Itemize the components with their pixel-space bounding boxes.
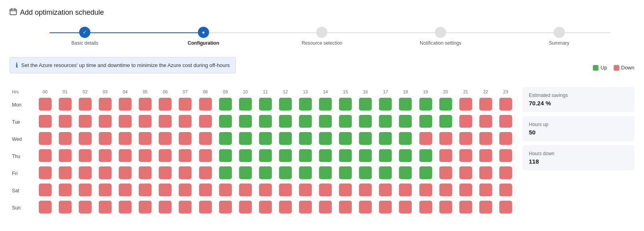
cell-tue-16[interactable] bbox=[359, 115, 372, 128]
table-cell[interactable] bbox=[76, 148, 95, 164]
table-cell[interactable] bbox=[316, 165, 335, 182]
cell-fri-7[interactable] bbox=[179, 166, 191, 179]
table-cell[interactable] bbox=[296, 97, 315, 113]
cell-sun-3[interactable] bbox=[99, 201, 112, 213]
table-cell[interactable] bbox=[496, 114, 515, 130]
table-cell[interactable] bbox=[336, 148, 355, 164]
table-cell[interactable] bbox=[256, 148, 275, 164]
cell-sun-7[interactable] bbox=[179, 201, 191, 213]
cell-thu-11[interactable] bbox=[259, 149, 272, 162]
table-cell[interactable] bbox=[376, 199, 395, 216]
table-cell[interactable] bbox=[296, 199, 315, 216]
table-cell[interactable] bbox=[216, 165, 235, 182]
table-cell[interactable] bbox=[296, 131, 315, 147]
cell-fri-13[interactable] bbox=[299, 166, 312, 179]
table-cell[interactable] bbox=[56, 199, 75, 216]
cell-sat-8[interactable] bbox=[199, 184, 212, 196]
cell-thu-10[interactable] bbox=[239, 149, 252, 162]
table-cell[interactable] bbox=[316, 199, 335, 216]
cell-mon-6[interactable] bbox=[159, 98, 171, 111]
table-cell[interactable] bbox=[156, 182, 175, 199]
cell-sun-11[interactable] bbox=[259, 201, 272, 213]
cell-wed-15[interactable] bbox=[339, 132, 352, 145]
cell-thu-19[interactable] bbox=[419, 149, 432, 162]
table-cell[interactable] bbox=[76, 131, 95, 147]
table-cell[interactable] bbox=[236, 199, 255, 216]
table-cell[interactable] bbox=[316, 114, 335, 130]
cell-thu-1[interactable] bbox=[59, 149, 72, 162]
table-cell[interactable] bbox=[136, 148, 155, 164]
cell-thu-4[interactable] bbox=[119, 149, 132, 162]
table-cell[interactable] bbox=[456, 165, 475, 182]
cell-sun-22[interactable] bbox=[479, 201, 492, 213]
cell-wed-9[interactable] bbox=[219, 132, 232, 145]
table-cell[interactable] bbox=[476, 182, 495, 199]
table-cell[interactable] bbox=[356, 114, 375, 130]
cell-wed-0[interactable] bbox=[39, 132, 52, 145]
table-cell[interactable] bbox=[356, 148, 375, 164]
cell-sun-2[interactable] bbox=[79, 201, 92, 213]
table-cell[interactable] bbox=[196, 131, 215, 147]
cell-thu-3[interactable] bbox=[99, 149, 112, 162]
table-cell[interactable] bbox=[156, 148, 175, 164]
table-cell[interactable] bbox=[116, 114, 135, 130]
table-cell[interactable] bbox=[196, 97, 215, 113]
cell-thu-17[interactable] bbox=[379, 149, 392, 162]
table-cell[interactable] bbox=[416, 199, 435, 216]
cell-sat-14[interactable] bbox=[319, 184, 332, 196]
table-cell[interactable] bbox=[356, 165, 375, 182]
cell-mon-16[interactable] bbox=[359, 98, 372, 111]
cell-tue-3[interactable] bbox=[99, 115, 112, 128]
table-cell[interactable] bbox=[156, 199, 175, 216]
table-cell[interactable] bbox=[76, 97, 95, 113]
table-cell[interactable] bbox=[96, 148, 115, 164]
cell-thu-14[interactable] bbox=[319, 149, 332, 162]
table-cell[interactable] bbox=[196, 182, 215, 199]
table-cell[interactable] bbox=[436, 199, 455, 216]
cell-sat-5[interactable] bbox=[139, 184, 152, 196]
cell-sat-23[interactable] bbox=[499, 184, 512, 196]
cell-sun-15[interactable] bbox=[339, 201, 352, 213]
cell-mon-13[interactable] bbox=[299, 98, 312, 111]
table-cell[interactable] bbox=[316, 182, 335, 199]
table-cell[interactable] bbox=[256, 97, 275, 113]
step-configuration[interactable]: ● Configuration bbox=[144, 27, 263, 46]
table-cell[interactable] bbox=[56, 148, 75, 164]
table-cell[interactable] bbox=[36, 165, 55, 182]
table-cell[interactable] bbox=[476, 199, 495, 216]
table-cell[interactable] bbox=[476, 97, 495, 113]
table-cell[interactable] bbox=[316, 97, 335, 113]
cell-thu-20[interactable] bbox=[439, 149, 452, 162]
cell-mon-23[interactable] bbox=[499, 98, 512, 111]
cell-tue-2[interactable] bbox=[79, 115, 92, 128]
cell-mon-3[interactable] bbox=[99, 98, 112, 111]
cell-tue-7[interactable] bbox=[179, 115, 191, 128]
cell-sun-21[interactable] bbox=[459, 201, 472, 213]
table-cell[interactable] bbox=[116, 97, 135, 113]
cell-sat-9[interactable] bbox=[219, 184, 232, 196]
cell-tue-9[interactable] bbox=[219, 115, 232, 128]
table-cell[interactable] bbox=[476, 114, 495, 130]
cell-tue-19[interactable] bbox=[419, 115, 432, 128]
cell-sat-18[interactable] bbox=[399, 184, 412, 196]
table-cell[interactable] bbox=[376, 165, 395, 182]
table-cell[interactable] bbox=[36, 182, 55, 199]
cell-sat-10[interactable] bbox=[239, 184, 252, 196]
table-cell[interactable] bbox=[416, 148, 435, 164]
cell-tue-13[interactable] bbox=[299, 115, 312, 128]
cell-sat-11[interactable] bbox=[259, 184, 272, 196]
table-cell[interactable] bbox=[416, 165, 435, 182]
table-cell[interactable] bbox=[236, 131, 255, 147]
table-cell[interactable] bbox=[456, 97, 475, 113]
cell-fri-21[interactable] bbox=[459, 166, 472, 179]
table-cell[interactable] bbox=[276, 97, 295, 113]
cell-mon-4[interactable] bbox=[119, 98, 132, 111]
cell-tue-8[interactable] bbox=[199, 115, 212, 128]
cell-fri-23[interactable] bbox=[499, 166, 512, 179]
table-cell[interactable] bbox=[496, 182, 515, 199]
table-cell[interactable] bbox=[116, 165, 135, 182]
cell-fri-12[interactable] bbox=[279, 166, 292, 179]
cell-mon-22[interactable] bbox=[479, 98, 492, 111]
table-cell[interactable] bbox=[416, 182, 435, 199]
table-cell[interactable] bbox=[236, 182, 255, 199]
